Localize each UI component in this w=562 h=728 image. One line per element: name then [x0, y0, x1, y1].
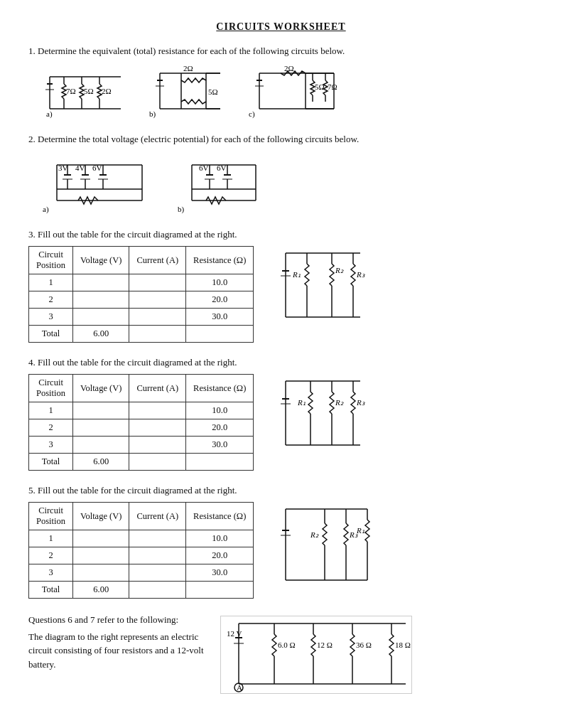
- q2-circuits: a) 3V 4V 6V: [43, 151, 534, 215]
- svg-text:18 Ω: 18 Ω: [395, 641, 411, 649]
- table-row-total: Total6.00: [29, 582, 254, 599]
- svg-text:6.0 Ω: 6.0 Ω: [278, 641, 296, 649]
- q2-circuit-b: b) 6V 6V: [178, 151, 263, 215]
- svg-text:R₂: R₂: [335, 266, 344, 274]
- q6-text2: The diagram to the right represents an e…: [28, 630, 206, 672]
- table-row-total: Total6.00: [29, 326, 254, 343]
- svg-text:4V: 4V: [75, 164, 85, 172]
- q2-circuit-a: a) 3V 4V 6V: [43, 151, 156, 215]
- svg-text:R₁: R₁: [292, 270, 301, 279]
- svg-text:36 Ω: 36 Ω: [356, 641, 372, 649]
- svg-text:R₃: R₃: [349, 530, 358, 539]
- svg-text:R₃: R₃: [356, 398, 365, 407]
- svg-text:A: A: [237, 683, 242, 692]
- q3-table: CircuitPosition Voltage (V) Current (A) …: [28, 246, 254, 343]
- question-1: 1. Determine the equivalent (total) resi…: [28, 46, 534, 119]
- q4-col-current: Current (A): [129, 375, 186, 402]
- question-2: 2. Determine the total voltage (electric…: [28, 134, 534, 215]
- svg-text:R₁: R₁: [356, 526, 364, 535]
- q3-col-current: Current (A): [129, 247, 186, 274]
- q1-text: 1. Determine the equivalent (total) resi…: [28, 46, 534, 57]
- svg-text:c): c): [249, 109, 255, 119]
- question-3: 3. Fill out the table for the circuit di…: [28, 229, 534, 343]
- q5-col-resistance: Resistance (Ω): [186, 503, 254, 530]
- page-title: CIRCUITS WORKSHEET: [28, 21, 534, 33]
- q4-col-voltage: Voltage (V): [73, 375, 129, 402]
- q3-diagram: R₁ R₂ R₃: [275, 246, 367, 324]
- svg-text:12 Ω: 12 Ω: [317, 641, 333, 649]
- table-row: 220.0: [29, 547, 254, 564]
- q5-diagram: R₁ R₂ R₃: [275, 502, 374, 587]
- q5-text: 5. Fill out the table for the circuit di…: [28, 485, 534, 496]
- q1-circuit-b: b) 2Ω 5Ω: [149, 63, 227, 119]
- svg-text:a): a): [43, 205, 49, 214]
- table-row: 220.0: [29, 419, 254, 437]
- q4-col-position: CircuitPosition: [29, 375, 73, 402]
- svg-text:3V: 3V: [58, 164, 68, 172]
- svg-text:R₁: R₁: [297, 398, 306, 407]
- svg-text:R₃: R₃: [356, 270, 365, 279]
- q3-section: CircuitPosition Voltage (V) Current (A) …: [28, 246, 534, 343]
- svg-text:6V: 6V: [199, 164, 209, 172]
- q5-col-position: CircuitPosition: [29, 503, 73, 530]
- q1-circuit-a: 7Ω 5Ω 2Ω a): [43, 63, 128, 119]
- svg-text:2Ω: 2Ω: [284, 64, 294, 73]
- q6-text: Questions 6 and 7 refer to the following…: [28, 613, 206, 671]
- table-row: 330.0: [29, 437, 254, 454]
- question-5: 5. Fill out the table for the circuit di…: [28, 485, 534, 599]
- q1-circuit-c: c) 2Ω 5Ω 7Ω: [249, 63, 341, 119]
- svg-text:a): a): [46, 109, 53, 119]
- q6-text1: Questions 6 and 7 refer to the following…: [28, 613, 206, 627]
- svg-text:2Ω: 2Ω: [102, 87, 112, 95]
- svg-text:6V: 6V: [217, 164, 227, 172]
- q5-col-voltage: Voltage (V): [73, 503, 129, 530]
- q3-text: 3. Fill out the table for the circuit di…: [28, 229, 534, 240]
- svg-text:2Ω: 2Ω: [183, 64, 193, 73]
- question-6-7: Questions 6 and 7 refer to the following…: [28, 613, 534, 694]
- question-4: 4. Fill out the table for the circuit di…: [28, 357, 534, 471]
- table-row: 330.0: [29, 309, 254, 326]
- q3-col-voltage: Voltage (V): [73, 247, 129, 274]
- svg-text:5Ω: 5Ω: [208, 87, 218, 96]
- table-row: 110.0: [29, 530, 254, 547]
- table-row: 220.0: [29, 291, 254, 309]
- q4-diagram: R₁ R₂ R₃: [275, 374, 367, 452]
- svg-text:12 V: 12 V: [227, 629, 242, 638]
- q6-diagram: 12 V A 6.0 Ω 12 Ω 36 Ω: [220, 616, 412, 694]
- q5-table: CircuitPosition Voltage (V) Current (A) …: [28, 502, 254, 599]
- svg-text:R₂: R₂: [310, 530, 319, 539]
- svg-text:5Ω: 5Ω: [315, 82, 325, 91]
- q2-text: 2. Determine the total voltage (electric…: [28, 134, 534, 145]
- q4-table: CircuitPosition Voltage (V) Current (A) …: [28, 374, 254, 471]
- q4-section: CircuitPosition Voltage (V) Current (A) …: [28, 374, 534, 471]
- q4-text: 4. Fill out the table for the circuit di…: [28, 357, 534, 368]
- table-row: 330.0: [29, 564, 254, 582]
- q3-col-resistance: Resistance (Ω): [186, 247, 254, 274]
- svg-text:6V: 6V: [92, 164, 102, 172]
- q6-section: Questions 6 and 7 refer to the following…: [28, 613, 534, 694]
- q5-section: CircuitPosition Voltage (V) Current (A) …: [28, 502, 534, 599]
- svg-text:5Ω: 5Ω: [84, 87, 94, 95]
- q4-col-resistance: Resistance (Ω): [186, 375, 254, 402]
- table-row: 110.0: [29, 274, 254, 291]
- svg-text:R₂: R₂: [335, 398, 344, 407]
- svg-text:b): b): [149, 109, 156, 119]
- svg-text:b): b): [178, 205, 185, 214]
- table-row: 110.0: [29, 402, 254, 419]
- svg-text:7Ω: 7Ω: [66, 87, 76, 95]
- q3-col-position: CircuitPosition: [29, 247, 73, 274]
- table-row-total: Total6.00: [29, 454, 254, 471]
- q1-circuits: 7Ω 5Ω 2Ω a) b) 2Ω: [43, 63, 534, 119]
- q5-col-current: Current (A): [129, 503, 186, 530]
- svg-text:7Ω: 7Ω: [328, 82, 337, 91]
